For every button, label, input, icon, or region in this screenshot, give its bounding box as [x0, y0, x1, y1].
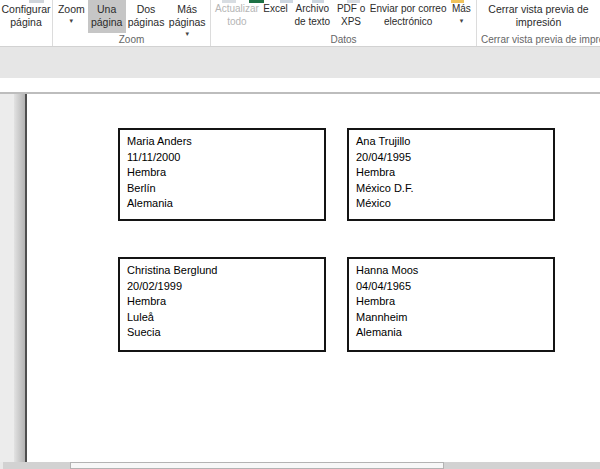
label-country: Alemania [127, 196, 320, 212]
ribbon-group-data: Actualizar todo Excel Archivo de texto P… [211, 0, 477, 46]
ribbon-group-page-setup: Configurar página [0, 0, 53, 46]
scrollbar-left-corner [0, 462, 3, 469]
label-birthdate: 11/11/2000 [127, 150, 320, 166]
label-birthdate: 20/04/1995 [356, 150, 549, 166]
ribbon-group-close-preview: Cerrar vista previa de impresión Cerrar … [477, 0, 600, 46]
label-birthdate: 04/04/1965 [356, 279, 549, 295]
label-name: Hanna Moos [356, 263, 549, 279]
access-print-preview-window: Configurar página Zoom ▾ Una página Dos … [0, 0, 600, 469]
preview-top-band [0, 78, 600, 92]
report-page[interactable]: Maria Anders 11/11/2000 Hembra Berlín Al… [27, 94, 600, 462]
zoom-button[interactable]: Zoom ▾ [55, 0, 88, 33]
ribbon-group-zoom: Zoom ▾ Una página Dos páginas Más página… [53, 0, 211, 46]
close-print-preview-button[interactable]: Cerrar vista previa de impresión [484, 0, 594, 33]
label-city: Mannheim [356, 310, 549, 326]
label-city: México D.F. [356, 181, 549, 197]
more-pages-button[interactable]: Más páginas ▾ [166, 0, 208, 33]
refresh-all-button: Actualizar todo [213, 0, 261, 33]
more-pages-label: Más páginas [168, 3, 206, 28]
export-text-file-button[interactable]: Archivo de texto [290, 0, 335, 33]
label-card: Christina Berglund 20/02/1999 Hembra Lul… [118, 257, 326, 352]
ribbon-print-preview-tab: Configurar página Zoom ▾ Una página Dos … [0, 0, 600, 47]
label-card: Ana Trujillo 20/04/1995 Hembra México D.… [347, 128, 555, 221]
print-preview-pane: Maria Anders 11/11/2000 Hembra Berlín Al… [0, 94, 600, 462]
close-preview-group-label: Cerrar vista previa de impresión [477, 34, 600, 45]
label-name: Maria Anders [127, 134, 320, 150]
label-gender: Hembra [127, 294, 320, 310]
one-page-button[interactable]: Una página [88, 0, 126, 33]
more-export-button[interactable]: Más ▾ [449, 0, 474, 33]
data-group-label: Datos [211, 34, 476, 45]
label-country: Alemania [356, 325, 549, 341]
zoom-group-label: Zoom [53, 34, 210, 45]
label-gender: Hembra [356, 294, 549, 310]
label-name: Ana Trujillo [356, 134, 549, 150]
export-excel-button[interactable]: Excel [261, 0, 290, 33]
label-name: Christina Berglund [127, 263, 320, 279]
chevron-down-icon: ▾ [460, 17, 464, 24]
configure-page-button[interactable]: Configurar página [0, 0, 52, 33]
more-export-label: Más [452, 3, 471, 16]
label-country: México [356, 196, 549, 212]
label-gender: Hembra [356, 165, 549, 181]
label-gender: Hembra [127, 165, 320, 181]
two-pages-button[interactable]: Dos páginas [126, 0, 167, 33]
label-card: Hanna Moos 04/04/1965 Hembra Mannheim Al… [347, 257, 555, 352]
label-city: Berlín [127, 181, 320, 197]
label-city: Luleå [127, 310, 320, 326]
horizontal-scrollbar-thumb[interactable] [70, 462, 444, 469]
label-birthdate: 20/02/1999 [127, 279, 320, 295]
preview-left-gutter [0, 94, 14, 462]
chevron-down-icon: ▾ [70, 17, 74, 24]
ribbon-lower-band [0, 47, 600, 78]
send-email-button[interactable]: Enviar por correo electrónico [368, 0, 449, 33]
export-pdf-xps-button[interactable]: PDF o XPS [335, 0, 368, 33]
label-country: Suecia [127, 325, 320, 341]
label-card: Maria Anders 11/11/2000 Hembra Berlín Al… [118, 128, 326, 221]
horizontal-scrollbar[interactable] [0, 462, 600, 469]
page-left-shadow [14, 94, 25, 462]
zoom-button-label: Zoom [58, 3, 85, 16]
